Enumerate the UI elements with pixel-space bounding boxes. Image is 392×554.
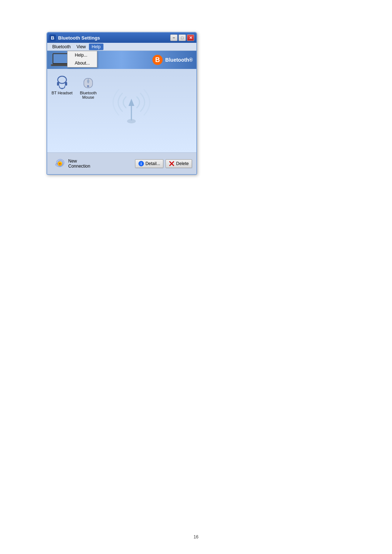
device-bt-headset[interactable]: BT Headset	[52, 73, 73, 95]
menu-bar: Bluetooth View Help Help... About...	[47, 43, 196, 51]
window-title: Bluetooth Settings	[58, 35, 170, 41]
bt-headset-icon	[54, 73, 70, 89]
bottom-bar: ✦ New Connection i Detail...	[47, 152, 196, 174]
help-dropdown: Help... About...	[67, 51, 97, 67]
bluetooth-brand: B Bluetooth®	[152, 54, 193, 65]
delete-label: Delete	[176, 161, 189, 166]
svg-text:i: i	[140, 162, 142, 166]
bluetooth-brand-text: Bluetooth®	[165, 57, 193, 63]
menu-help-help[interactable]: Help...	[68, 51, 97, 59]
titlebar-bluetooth-icon: B	[49, 34, 56, 41]
svg-text:B: B	[87, 85, 89, 88]
window-controls: − □ ✕	[170, 34, 194, 41]
svg-rect-14	[87, 80, 89, 83]
bt-headset-label: BT Headset	[52, 91, 73, 95]
bluetooth-brand-icon: B	[152, 54, 163, 65]
svg-rect-10	[65, 82, 67, 86]
detail-label: Detail...	[146, 161, 160, 166]
svg-text:B: B	[155, 56, 160, 63]
delete-button[interactable]: Delete	[166, 159, 192, 168]
detail-icon: i	[138, 161, 144, 167]
bluetooth-mouse-icon: B	[80, 73, 96, 89]
bluetooth-mouse-label: Bluetooth Mouse	[80, 91, 97, 99]
page-number: 16	[193, 534, 198, 539]
title-bar: B Bluetooth Settings − □ ✕	[47, 33, 196, 43]
device-bluetooth-mouse[interactable]: B Bluetooth Mouse	[80, 73, 97, 99]
svg-point-11	[61, 88, 63, 89]
close-button[interactable]: ✕	[187, 34, 194, 41]
bluetooth-settings-window: B Bluetooth Settings − □ ✕ Bluetooth Vie…	[46, 32, 197, 175]
svg-rect-9	[57, 82, 59, 86]
menu-help-about[interactable]: About...	[68, 59, 97, 67]
new-connection-button[interactable]: ✦ New Connection	[52, 155, 92, 172]
delete-icon	[169, 161, 175, 167]
content-area: BT Headset B	[47, 69, 196, 152]
svg-rect-3	[53, 54, 68, 63]
svg-point-18	[127, 119, 136, 123]
devices-area: BT Headset B	[52, 73, 192, 99]
svg-text:B: B	[51, 35, 54, 41]
new-connection-icon: ✦	[53, 157, 67, 171]
detail-button[interactable]: i Detail...	[135, 159, 164, 168]
minimize-button[interactable]: −	[170, 34, 177, 41]
menu-help[interactable]: Help	[89, 44, 104, 50]
svg-marker-17	[128, 99, 134, 106]
radio-waves	[95, 73, 168, 128]
maximize-button[interactable]: □	[179, 34, 186, 41]
new-connection-label: New Connection	[68, 159, 90, 169]
action-buttons: i Detail... Delete	[135, 159, 192, 168]
menu-bluetooth[interactable]: Bluetooth	[49, 44, 74, 50]
menu-view[interactable]: View	[74, 44, 89, 50]
svg-text:✦: ✦	[58, 162, 61, 166]
